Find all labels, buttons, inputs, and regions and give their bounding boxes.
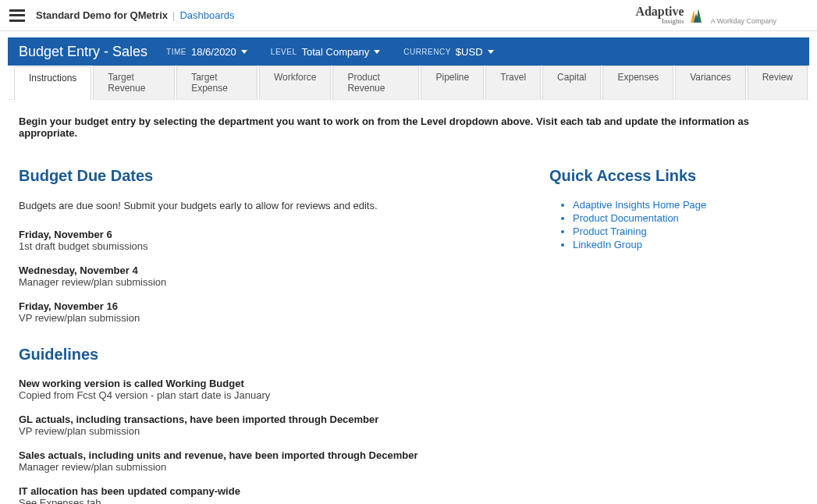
due-date-desc: Manager review/plan submission [19, 276, 503, 288]
currency-value: $USD [456, 46, 483, 58]
tab-pipeline[interactable]: Pipeline [421, 66, 484, 99]
logo-tagline: A Workday Company [711, 17, 776, 25]
guideline-desc: Manager review/plan submission [19, 461, 503, 473]
guideline-title: GL actuals, including transactions, have… [19, 413, 503, 425]
tab-expenses[interactable]: Expenses [602, 66, 673, 99]
tab-strip: Instructions Target Revenue Target Expen… [8, 66, 809, 99]
currency-selector[interactable]: CURRENCY $USD [403, 46, 493, 58]
guideline-title: IT allocation has been updated company-w… [19, 485, 503, 497]
guideline-desc: Copied from Fcst Q4 version - plan start… [19, 389, 503, 401]
tab-capital[interactable]: Capital [542, 66, 601, 99]
breadcrumb-dashboards[interactable]: Dashboards [179, 9, 234, 21]
due-date-desc: VP review/plan submission [19, 312, 503, 324]
guideline-item: GL actuals, including transactions, have… [19, 413, 503, 437]
list-item: LinkedIn Group [573, 239, 798, 250]
due-date-item: Wednesday, November 4 Manager review/pla… [19, 264, 503, 288]
tab-workforce[interactable]: Workforce [259, 66, 331, 99]
org-label: Standard Demo for QMetrix [36, 9, 168, 21]
guideline-item: IT allocation has been updated company-w… [19, 485, 503, 504]
tab-target-expense[interactable]: Target Expense [176, 66, 258, 99]
top-bar: Standard Demo for QMetrix | Dashboards A… [0, 0, 817, 31]
chevron-down-icon [374, 50, 380, 54]
context-bar: Budget Entry - Sales TIME 18/6/2020 LEVE… [8, 37, 809, 66]
page-title: Budget Entry - Sales [19, 44, 147, 60]
quicklinks-heading: Quick Access Links [549, 167, 798, 185]
list-item: Product Documentation [573, 212, 798, 224]
due-date: Friday, November 16 [19, 300, 503, 312]
guideline-item: Sales actuals, including units and reven… [19, 449, 503, 473]
tab-product-revenue[interactable]: Product Revenue [332, 66, 419, 99]
instructions-intro: Begin your budget entry by selecting the… [19, 115, 798, 139]
guideline-desc: VP review/plan submission [19, 425, 503, 437]
due-date-desc: 1st draft budget sbumissions [19, 240, 503, 252]
tab-review[interactable]: Review [748, 66, 808, 99]
hamburger-icon[interactable] [9, 9, 25, 22]
guideline-title: New working version is called Working Bu… [19, 378, 503, 389]
tab-travel[interactable]: Travel [485, 66, 541, 99]
budget-dates-intro: Budgets are due soon! Submit your budget… [19, 199, 503, 213]
due-date-item: Friday, November 6 1st draft budget sbum… [19, 229, 503, 252]
level-value: Total Company [301, 46, 369, 58]
content-area: Begin your budget entry by selecting the… [8, 99, 809, 504]
level-selector[interactable]: LEVEL Total Company [271, 46, 380, 58]
guidelines-heading: Guidelines [19, 346, 503, 364]
quicklink-docs[interactable]: Product Documentation [573, 212, 679, 224]
logo-mark-icon [689, 7, 703, 24]
due-date: Friday, November 6 [19, 229, 503, 240]
tab-instructions[interactable]: Instructions [14, 66, 91, 100]
guideline-title: Sales actuals, including units and reven… [19, 449, 503, 461]
currency-label: CURRENCY [403, 48, 451, 56]
quicklinks-list: Adaptive Insights Home Page Product Docu… [549, 199, 798, 250]
logo-main-text: Adaptive [635, 5, 684, 18]
time-selector[interactable]: TIME 18/6/2020 [166, 46, 247, 58]
tab-target-revenue[interactable]: Target Revenue [93, 66, 175, 99]
breadcrumb-separator: | [172, 9, 175, 21]
time-label: TIME [166, 48, 186, 56]
quicklink-training[interactable]: Product Training [573, 225, 647, 237]
chevron-down-icon [488, 50, 494, 54]
quicklink-linkedin[interactable]: LinkedIn Group [573, 239, 642, 250]
chevron-down-icon [241, 50, 247, 54]
guideline-desc: See Expenses tab [19, 497, 503, 504]
guideline-item: New working version is called Working Bu… [19, 378, 503, 401]
quicklink-home[interactable]: Adaptive Insights Home Page [573, 199, 706, 211]
list-item: Adaptive Insights Home Page [573, 199, 798, 211]
time-value: 18/6/2020 [191, 46, 236, 58]
list-item: Product Training [573, 225, 798, 237]
budget-dates-heading: Budget Due Dates [19, 167, 503, 185]
tab-variances[interactable]: Variances [675, 66, 745, 99]
level-label: LEVEL [271, 48, 297, 56]
due-date-item: Friday, November 16 VP review/plan submi… [19, 300, 503, 324]
brand-logo: Adaptive Insights A Workday Company [635, 5, 776, 25]
logo-sub-text: Insights [635, 18, 684, 25]
due-date: Wednesday, November 4 [19, 264, 503, 276]
